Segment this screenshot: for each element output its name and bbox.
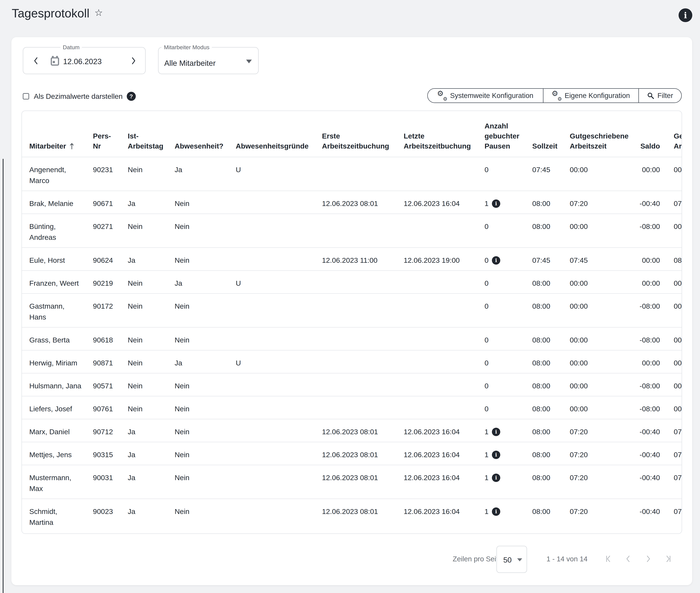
cell-ist: Ja [128, 465, 175, 499]
header-abwesenheitsgruende[interactable]: Abwesenheitsgründe [236, 141, 322, 157]
chevron-down-icon [517, 558, 522, 561]
cell-saldo: 00:00 [633, 351, 660, 373]
cell-pers: 90571 [93, 373, 128, 396]
header-sollzeit[interactable]: Sollzeit [532, 141, 570, 157]
cell-soll: 08:00 [532, 373, 570, 396]
cell-grund [236, 373, 322, 396]
system-config-button[interactable]: ⚙⚙ Systemweite Konfiguration [428, 89, 543, 103]
cell-letzte [404, 351, 485, 373]
cell-pers: 90219 [93, 271, 128, 293]
chevron-right-icon [131, 57, 136, 65]
header-abwesenheit[interactable]: Abwesenheit? [175, 141, 236, 157]
cell-grund [236, 442, 322, 465]
pausen-count: 1 [485, 449, 489, 460]
cell-pausen: 1i [485, 191, 532, 213]
employee-mode-select[interactable]: Mitarbeiter Modus Alle Mitarbeiter [158, 47, 259, 74]
cell-name: Liefers, Josef [22, 396, 93, 419]
pausen-count: 1 [485, 426, 489, 437]
header-mitarbeiter[interactable]: Mitarbeiter [22, 141, 93, 157]
cell-saldo: -08:00 [633, 396, 660, 419]
system-config-label: Systemweite Konfiguration [450, 91, 533, 100]
cell-grund [236, 294, 322, 327]
cell-saldo: -00:40 [633, 419, 660, 442]
left-scrollbar[interactable] [3, 159, 3, 593]
header-erste-buchung[interactable]: Erste Arbeitszeitbuchung [322, 131, 404, 157]
cell-letzte: 12.06.2023 16:04 [404, 465, 485, 499]
cell-saldo: -00:40 [633, 465, 660, 499]
cell-gut: 07:20 [570, 442, 633, 465]
pause-info-icon[interactable]: i [492, 474, 500, 482]
calendar-icon[interactable] [51, 56, 59, 66]
cell-grund [236, 499, 322, 533]
header-ist-arbeitstag[interactable]: Ist- Arbeitstag [128, 131, 175, 157]
previous-page-button[interactable] [624, 554, 633, 563]
pause-info-icon[interactable]: i [492, 256, 500, 265]
decimal-checkbox[interactable] [23, 93, 29, 100]
date-label: Datum [60, 44, 82, 50]
cell-gut: 00:00 [570, 157, 633, 191]
cell-erste [322, 214, 404, 247]
cell-abw: Ja [175, 157, 236, 191]
table-row: Schmidt, Martina90023JaNein12.06.2023 08… [22, 499, 682, 533]
cell-erste [322, 271, 404, 293]
cell-gesamt: 00 [660, 271, 682, 293]
pausen-count: 0 [485, 221, 489, 232]
pause-info-icon[interactable]: i [492, 428, 500, 436]
cell-name: Schmidt, Martina [22, 499, 93, 533]
header-letzte-buchung[interactable]: Letzte Arbeitszeitbuchung [404, 131, 485, 157]
cell-abw: Nein [175, 396, 236, 419]
cell-pers: 90871 [93, 351, 128, 373]
cell-abw: Nein [175, 294, 236, 327]
cell-pausen: 0 [485, 157, 532, 191]
cell-gut: 07:20 [570, 499, 633, 533]
cell-grund [236, 191, 322, 213]
cell-saldo: -00:40 [633, 499, 660, 533]
filter-button[interactable]: Filter [639, 89, 681, 103]
rows-per-page-select[interactable]: 50 [496, 546, 527, 573]
page-info-icon[interactable]: i [678, 8, 692, 22]
page-title: Tagesprotokoll ☆ [12, 6, 103, 20]
cell-erste [322, 294, 404, 327]
pause-info-icon[interactable]: i [492, 199, 500, 208]
cell-saldo: -08:00 [633, 373, 660, 396]
cell-pausen: 0 [485, 214, 532, 247]
cell-gut: 00:00 [570, 271, 633, 293]
pausen-count: 1 [485, 198, 489, 209]
cell-erste [322, 373, 404, 396]
cell-name: Eule, Horst [22, 248, 93, 270]
chevron-left-icon [624, 554, 633, 563]
cell-grund [236, 396, 322, 419]
header-pausen[interactable]: Anzahl gebuchter Pausen [485, 121, 532, 157]
first-page-button[interactable] [604, 554, 613, 563]
cell-letzte [404, 396, 485, 419]
cell-gesamt: 07 [660, 419, 682, 442]
header-gutgeschriebene-arbeitszeit[interactable]: Gutgeschriebene Arbeitszeit [570, 131, 633, 157]
pause-info-icon[interactable]: i [492, 451, 500, 459]
table-header-row: Mitarbeiter Pers- Nr Ist- Arbeitstag Abw… [22, 111, 682, 157]
cell-gesamt: 00 [660, 157, 682, 191]
decimal-checkbox-row: Als Dezimalwerte darstellen ? [23, 92, 136, 100]
help-icon[interactable]: ? [127, 92, 136, 101]
rows-per-page-label: Zeilen pro Seite [413, 555, 502, 563]
table-row: Gastmann, Hans90172NeinNein008:0000:00-0… [22, 294, 682, 327]
cell-erste [322, 351, 404, 373]
employee-mode-label: Mitarbeiter Modus [162, 44, 212, 50]
header-saldo[interactable]: Saldo [633, 141, 660, 157]
header-gesamt-truncated[interactable]: Ge Ar [660, 131, 682, 157]
last-page-button[interactable] [663, 554, 672, 563]
header-pers-nr[interactable]: Pers- Nr [93, 131, 128, 157]
favorite-star-icon[interactable]: ☆ [94, 7, 103, 18]
table-row: Franzen, Weert90219NeinJaU008:0000:0000:… [22, 271, 682, 294]
table-body: Angenendt, Marco90231NeinJaU007:4500:000… [22, 157, 682, 533]
cell-gut: 07:20 [570, 419, 633, 442]
pause-info-icon[interactable]: i [492, 507, 500, 516]
own-config-button[interactable]: ⚙⚙ Eigene Konfiguration [543, 89, 639, 103]
cell-erste [322, 327, 404, 350]
previous-day-button[interactable] [34, 57, 38, 65]
cell-erste: 12.06.2023 08:01 [322, 465, 404, 499]
next-page-button[interactable] [644, 554, 653, 563]
cell-gut: 00:00 [570, 373, 633, 396]
date-value[interactable]: 12.06.2023 [63, 57, 101, 66]
cell-name: Herwig, Miriam [22, 351, 93, 373]
next-day-button[interactable] [131, 57, 136, 65]
